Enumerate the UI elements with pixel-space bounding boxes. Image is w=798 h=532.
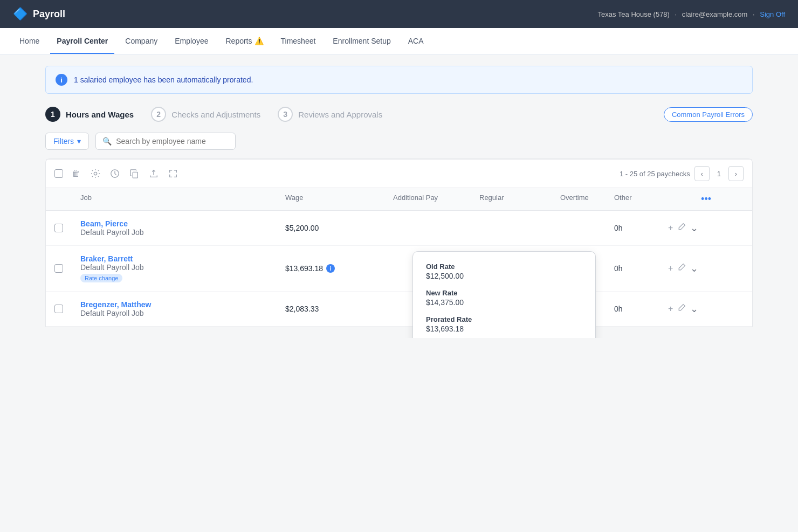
top-bar-brand: 🔷 Payroll [13,7,65,21]
step-3-label: Reviews and Approvals [298,110,382,119]
top-bar: 🔷 Payroll Texas Tea House (578) · claire… [0,0,798,28]
chevron-down-icon: ▾ [77,137,81,146]
employee-name-bregenzer[interactable]: Bregenzer, Matthew [80,300,285,309]
current-page: 1 [714,170,724,178]
row-checkbox-bregenzer[interactable] [54,305,63,313]
col-header-actions: ••• [668,194,711,205]
svg-point-0 [94,172,97,175]
expand-row-beam[interactable]: ⌄ [690,222,698,234]
col-header-regular: Regular [479,194,560,205]
nav-item-company[interactable]: Company [119,29,164,54]
employee-name-beam[interactable]: Beam, Pierce [80,219,285,228]
step-tab-1[interactable]: 1 Hours and Wages [45,107,134,122]
select-all-checkbox[interactable] [54,169,63,178]
filter-toolbar: Filters ▾ 🔍 [45,133,753,150]
col-header-job: Job [80,194,285,205]
step-1-circle: 1 [45,107,60,122]
rate-tooltip-popup: Old Rate $12,500.00 New Rate $14,375.00 … [412,251,596,338]
wage-info-icon[interactable]: i [326,264,335,273]
row-checkbox-beam[interactable] [54,224,63,232]
tooltip-prorated-value: $13,693.18 [426,324,582,333]
step-2-circle: 2 [151,107,166,122]
separator2: · [753,10,755,18]
expand-row-braker[interactable]: ⌄ [690,262,698,274]
step-tab-2[interactable]: 2 Checks and Adjustments [151,107,260,122]
wage-bregenzer: $2,083.33 [285,305,393,313]
edit-button-braker[interactable] [677,263,686,274]
search-input[interactable] [116,137,229,146]
add-button-bregenzer[interactable]: + [668,304,673,314]
expand-button[interactable] [164,165,182,182]
table-row: Braker, Barrett Default Payroll Job Rate… [46,246,752,292]
table-row: Beam, Pierce Default Payroll Job $5,200.… [46,211,752,246]
step-tabs: 1 Hours and Wages 2 Checks and Adjustmen… [45,107,753,122]
edit-button-bregenzer[interactable] [677,303,686,314]
alert-message: 1 salaried employee has been automatical… [74,75,253,84]
wage-braker: $13,693.18 i [285,264,393,273]
nav-item-employee[interactable]: Employee [168,29,215,54]
col-header-overtime: Overtime [560,194,614,205]
svg-rect-2 [133,172,137,178]
action-toolbar: 🗑 1 - 25 of 25 paychecks ‹ 1 › [46,159,752,188]
step-tab-3[interactable]: 3 Reviews and Approvals [278,107,382,122]
next-page-button[interactable]: › [728,166,744,181]
job-beam: Default Payroll Job [80,228,285,237]
row-checkbox-braker[interactable] [54,264,63,273]
job-braker: Default Payroll Job Rate change [80,263,285,282]
rate-change-badge: Rate change [80,274,122,282]
tooltip-old-rate-label: Old Rate [426,262,582,271]
pagination-text: 1 - 25 of 25 paychecks [620,170,690,178]
sign-off-link[interactable]: Sign Off [760,10,785,18]
tooltip-prorated-rate: Prorated Rate $13,693.18 [426,315,582,333]
add-button-braker[interactable]: + [668,264,673,273]
nav-item-home[interactable]: Home [13,29,46,54]
reports-warning-icon: ⚠️ [254,37,264,45]
other-bregenzer: 0h [614,305,668,313]
nav-item-timesheet[interactable]: Timesheet [274,29,322,54]
prev-page-button[interactable]: ‹ [694,166,710,181]
main-content: i 1 salaried employee has been automatic… [32,55,766,338]
settings-button[interactable] [87,165,104,182]
more-options-icon[interactable]: ••• [701,194,711,205]
row-actions-bregenzer: + ⌄ [668,303,711,315]
other-braker: 0h [614,264,668,273]
job-bregenzer: Default Payroll Job [80,309,285,317]
copy-button[interactable] [126,165,143,182]
table-header: Job Wage Additional Pay Regular Overtime… [46,188,752,211]
expand-row-bregenzer[interactable]: ⌄ [690,303,698,315]
nav-item-reports[interactable]: Reports⚠️ [219,29,270,54]
nav-item-payroll-center[interactable]: Payroll Center [50,29,114,54]
other-beam: 0h [614,224,668,232]
clock-button[interactable] [106,165,123,182]
account-name: Texas Tea House (578) [597,10,669,18]
alert-banner: i 1 salaried employee has been automatic… [45,66,753,94]
col-header-other: Other [614,194,668,205]
upload-button[interactable] [145,165,162,182]
add-button-beam[interactable]: + [668,223,673,233]
table-row: Bregenzer, Matthew Default Payroll Job $… [46,292,752,327]
common-errors-button[interactable]: Common Payroll Errors [664,107,753,122]
top-bar-account: Texas Tea House (578) · claire@example.c… [597,10,785,18]
wage-beam: $5,200.00 [285,224,393,232]
tooltip-prorated-label: Prorated Rate [426,315,582,323]
filters-label: Filters [53,137,74,146]
search-icon: 🔍 [102,137,112,146]
nav-item-enrollment[interactable]: Enrollment Setup [326,29,397,54]
tooltip-new-rate-label: New Rate [426,289,582,297]
search-box[interactable]: 🔍 [95,133,236,150]
edit-button-beam[interactable] [677,223,686,233]
row-actions-braker: + ⌄ [668,262,711,274]
app-logo-icon: 🔷 [13,7,27,21]
delete-button[interactable]: 🗑 [67,165,85,182]
nav-item-aca[interactable]: ACA [402,29,430,54]
filters-button[interactable]: Filters ▾ [45,133,89,150]
step-1-label: Hours and Wages [66,110,134,119]
app-title: Payroll [33,9,65,20]
tooltip-old-rate-value: $12,500.00 [426,272,582,280]
col-header-wage: Wage [285,194,393,205]
step-2-label: Checks and Adjustments [171,110,260,119]
employee-name-braker[interactable]: Braker, Barrett [80,254,285,263]
col-header-additional: Additional Pay [393,194,479,205]
tooltip-new-rate: New Rate $14,375.00 [426,289,582,307]
step-3-circle: 3 [278,107,293,122]
